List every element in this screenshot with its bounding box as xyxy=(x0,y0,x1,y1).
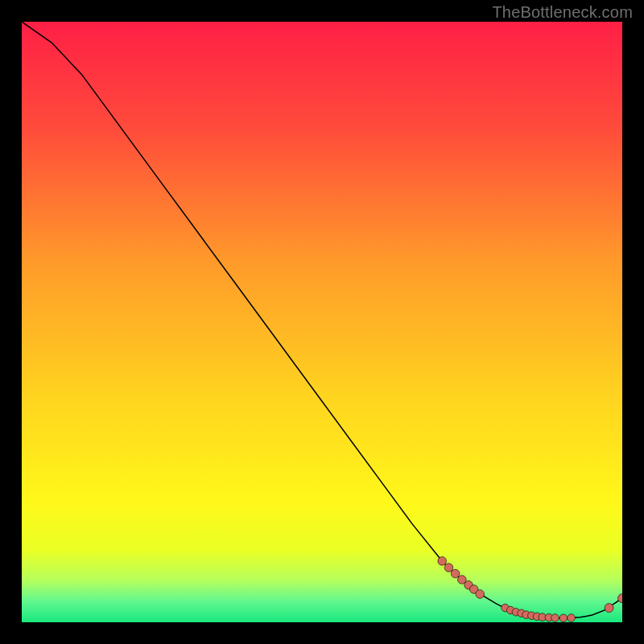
chart-frame: TheBottleneck.com xyxy=(0,0,644,644)
plot-area xyxy=(22,22,622,622)
data-marker xyxy=(476,590,485,599)
gradient-background xyxy=(22,22,622,622)
data-marker xyxy=(438,557,447,566)
watermark-text: TheBottleneck.com xyxy=(492,3,633,22)
data-marker xyxy=(568,614,576,622)
data-marker xyxy=(451,569,460,578)
data-marker xyxy=(605,604,613,613)
chart-svg xyxy=(22,22,622,622)
data-marker xyxy=(551,614,559,622)
data-marker xyxy=(559,614,568,622)
data-marker xyxy=(444,564,453,572)
